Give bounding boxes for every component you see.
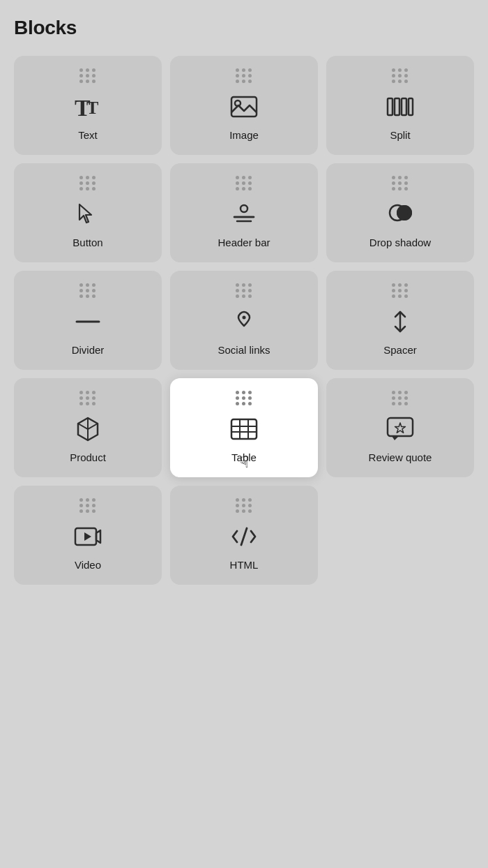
svg-rect-2 <box>231 97 257 117</box>
block-social-links-label: Social links <box>218 344 270 356</box>
social-links-icon <box>224 306 264 337</box>
html-icon <box>224 521 264 552</box>
block-text-label: Text <box>78 129 98 141</box>
drag-handle <box>236 68 252 83</box>
block-spacer[interactable]: Spacer <box>326 271 474 370</box>
text-icon: T T <box>68 91 107 122</box>
block-drop-shadow[interactable]: Drop shadow <box>326 163 474 262</box>
svg-rect-23 <box>388 418 413 436</box>
svg-rect-18 <box>231 419 257 439</box>
drag-handle <box>79 391 96 405</box>
block-image-label: Image <box>229 129 259 141</box>
svg-point-8 <box>241 205 247 212</box>
cursor-icon: ☟ <box>240 455 249 470</box>
blocks-grid: T T Text Image <box>14 56 474 585</box>
drag-handle <box>79 68 96 83</box>
video-icon <box>68 521 107 552</box>
svg-rect-4 <box>388 98 392 115</box>
drag-handle <box>392 68 409 83</box>
block-product-label: Product <box>70 451 106 463</box>
block-review-quote-label: Review quote <box>369 451 432 463</box>
block-text[interactable]: T T Text <box>14 56 162 155</box>
drag-handle <box>79 176 96 190</box>
drag-handle <box>236 498 252 513</box>
block-html-label: HTML <box>230 559 259 571</box>
split-icon <box>381 91 420 122</box>
block-button-label: Button <box>73 237 102 248</box>
block-image[interactable]: Image <box>170 56 318 155</box>
svg-rect-7 <box>409 98 413 115</box>
review-quote-icon <box>381 414 420 444</box>
drag-handle <box>79 283 96 298</box>
drag-handle <box>236 176 252 190</box>
block-divider-label: Divider <box>72 344 105 356</box>
svg-line-26 <box>241 528 247 545</box>
block-header-bar-label: Header bar <box>218 237 270 248</box>
drag-handle <box>79 498 96 513</box>
svg-rect-5 <box>395 98 399 115</box>
block-button[interactable]: Button <box>14 163 162 262</box>
svg-marker-24 <box>395 423 406 433</box>
block-html[interactable]: HTML <box>170 486 318 585</box>
page-title: Blocks <box>14 17 474 39</box>
header-bar-icon <box>224 199 264 230</box>
drop-shadow-icon <box>381 199 420 230</box>
drag-handle <box>392 283 409 298</box>
block-header-bar[interactable]: Header bar <box>170 163 318 262</box>
button-icon <box>68 199 107 230</box>
block-review-quote[interactable]: Review quote <box>326 378 474 477</box>
drag-handle <box>392 391 409 405</box>
divider-icon <box>68 306 107 337</box>
block-drop-shadow-label: Drop shadow <box>369 237 431 248</box>
product-icon <box>68 414 107 444</box>
svg-rect-6 <box>402 98 406 115</box>
image-icon <box>224 91 264 122</box>
block-table[interactable]: Table ☟ <box>170 378 318 477</box>
spacer-icon <box>381 306 420 337</box>
block-social-links[interactable]: Social links <box>170 271 318 370</box>
svg-point-14 <box>397 205 412 220</box>
drag-handle <box>392 176 409 190</box>
block-video[interactable]: Video <box>14 486 162 585</box>
block-video-label: Video <box>75 559 101 571</box>
table-icon <box>224 414 264 444</box>
block-product[interactable]: Product <box>14 378 162 477</box>
block-split[interactable]: Split <box>326 56 474 155</box>
drag-handle <box>236 283 252 298</box>
block-divider[interactable]: Divider <box>14 271 162 370</box>
block-spacer-label: Spacer <box>383 344 417 356</box>
svg-text:T: T <box>86 98 98 118</box>
drag-handle <box>236 391 252 405</box>
block-split-label: Split <box>390 129 410 141</box>
svg-point-16 <box>243 316 246 320</box>
